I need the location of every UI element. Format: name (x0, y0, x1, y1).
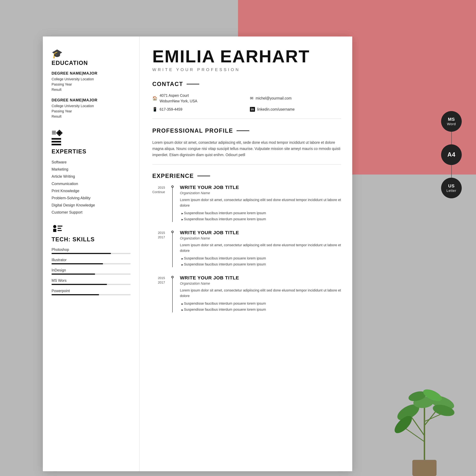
layers-icon: ≡◈ (51, 129, 131, 136)
education-title: EDUCATION (51, 60, 131, 66)
expertise-item-7: Customer Support (51, 210, 131, 215)
resume-name: EMILIA EARHART (152, 48, 341, 65)
exp-bullet-0-0: Suspendisse faucibus interdum posuere lo… (180, 210, 341, 216)
exp-content-0: WRITE YOUR JOB TITLE Organization Name L… (180, 185, 341, 222)
format-btn-label-0-line2: Word (447, 122, 456, 126)
btn-connector-0 (451, 132, 452, 144)
skill-name-3: MS Wors (51, 278, 131, 283)
experience-line (197, 176, 210, 176)
svg-rect-7 (58, 230, 62, 231)
experience-item-1: 2015 2017 WRITE YOUR JOB TITLE Organizat… (152, 230, 341, 267)
skill-bar-bg-2 (51, 273, 131, 275)
exp-dot-1 (171, 231, 174, 233)
expertise-item-2: Article Writing (51, 174, 131, 179)
profile-text: Lorem ipsum dolor sit amet, consectetur … (152, 139, 341, 158)
education-block-2: DEGREE NAME|MAJOR College University Loc… (51, 98, 131, 119)
main-content: EMILIA EARHART WRITE YOUR PROFESSION CON… (140, 36, 352, 471)
contact-email: michel@yourmail.com (255, 96, 292, 101)
skill-bar-fill-2 (51, 273, 95, 275)
exp-line-2 (171, 275, 174, 312)
exp-job-title-0: WRITE YOUR JOB TITLE (180, 185, 341, 190)
sidebar: 🎓 EDUCATION DEGREE NAME|MAJOR College Un… (43, 36, 140, 471)
exp-job-title-1: WRITE YOUR JOB TITLE (180, 230, 341, 235)
skill-illustrator: Illustrator (51, 258, 131, 264)
exp-bullet-2-0: Suspendisse faucibus interdum posuere lo… (180, 301, 341, 306)
format-btn-label-2-line1: US (448, 183, 455, 189)
phone-icon: 📱 (152, 107, 157, 112)
email-icon: ✉ (250, 96, 253, 101)
skill-bar-bg-4 (51, 294, 131, 295)
degree-result-2: Result (51, 114, 131, 119)
contact-address-item: 🏠 4071 Aspen Court WoburnNew York, USA (152, 93, 244, 104)
education-section: 🎓 EDUCATION DEGREE NAME|MAJOR College Un… (51, 49, 131, 119)
expertise-title: EXPERTIES (51, 148, 131, 155)
exp-bullet-1-0: Suspendisse faucibus interdum posuere lo… (180, 255, 341, 261)
experience-header: EXPERIENCE (152, 173, 341, 179)
exp-dot-2 (171, 276, 174, 278)
exp-desc-1: Lorem ipsum dolor sit amet, consectetur … (180, 242, 341, 253)
svg-line-10 (410, 415, 425, 436)
tech-icon (51, 224, 131, 234)
exp-org-2: Organization Name (180, 281, 341, 286)
degree-name-1: DEGREE NAME|MAJOR (51, 71, 131, 76)
contact-email-item: ✉ michel@yourmail.com (250, 93, 341, 104)
education-block-1: DEGREE NAME|MAJOR College University Loc… (51, 71, 131, 92)
exp-bullet-1-1: Suspendisse faucibus interdum posuere lo… (180, 261, 341, 267)
exp-bullet-0-1: Suspendisse faucibus interdum posuere lo… (180, 216, 341, 222)
expertise-item-0: Software (51, 160, 131, 165)
format-button-msword[interactable]: MS Word (441, 111, 462, 132)
skill-bar-fill-0 (51, 253, 111, 254)
exp-line-1 (171, 230, 174, 267)
exp-job-title-2: WRITE YOUR JOB TITLE (180, 275, 341, 281)
skill-bar-fill-4 (51, 294, 99, 295)
contact-phone-item: 📱 617-359-4459 (152, 107, 244, 112)
exp-dot-0 (171, 186, 174, 188)
skill-photoshop: Photoshop (51, 248, 131, 254)
contact-grid: 🏠 4071 Aspen Court WoburnNew York, USA ✉… (152, 93, 341, 119)
degree-year-1: Passing Year (51, 82, 131, 87)
linkedin-icon: in (250, 107, 255, 112)
format-btn-label-0-line1: MS (448, 117, 455, 122)
format-btn-label-2-line2: Letter (446, 189, 456, 193)
expertise-item-1: Marketing (51, 167, 131, 172)
degree-result-1: Result (51, 87, 131, 92)
skill-bar-fill-3 (51, 284, 107, 285)
plant-decoration (373, 365, 476, 476)
contact-address: 4071 Aspen Court WoburnNew York, USA (160, 93, 197, 104)
svg-rect-5 (58, 226, 62, 227)
exp-year-2: 2015 2017 (152, 275, 165, 312)
exp-vert-line-2 (172, 278, 173, 312)
skill-bar-fill-1 (51, 263, 103, 264)
skill-msword: MS Wors (51, 278, 131, 285)
contact-section: CONTACT 🏠 4071 Aspen Court WoburnNew Yor… (152, 81, 341, 119)
format-button-a4[interactable]: A4 (441, 144, 462, 165)
profile-title: PROFESSIONAL PROFILE (152, 127, 233, 134)
exp-org-1: Organization Name (180, 236, 341, 240)
skill-name-1: Illustrator (51, 258, 131, 262)
tech-skills-section: TECH: SKILLS Photoshop Illustrator InDes… (51, 224, 131, 295)
contact-title: CONTACT (152, 81, 183, 87)
skill-bar-bg-3 (51, 284, 131, 285)
expertise-section: ≡◈ EXPERTIES Software Marketing Article … (51, 129, 131, 215)
format-buttons: MS Word A4 US Letter (441, 111, 462, 198)
expertise-item-3: Communication (51, 181, 131, 186)
svg-rect-0 (51, 138, 61, 140)
svg-rect-8 (412, 460, 437, 476)
degree-name-2: DEGREE NAME|MAJOR (51, 98, 131, 102)
expertise-item-4: Print Knowledge (51, 188, 131, 193)
skill-bar-bg-1 (51, 263, 131, 264)
contact-linkedin: linkedin.com/username (257, 107, 295, 112)
home-icon: 🏠 (152, 96, 157, 101)
svg-rect-4 (53, 229, 56, 232)
exp-year-0: 2015 Continue (152, 185, 165, 222)
skill-bar-bg-0 (51, 253, 131, 254)
exp-bullet-2-1: Suspendisse faucibus interdum posuere lo… (180, 306, 341, 312)
exp-desc-2: Lorem ipsum dolor sit amet, consectetur … (180, 288, 341, 299)
btn-connector-1 (451, 165, 452, 178)
skill-indesign: InDesign (51, 268, 131, 275)
profession-subtitle: WRITE YOUR PROFESSION (152, 67, 341, 72)
format-btn-label-1-line1: A4 (447, 151, 456, 158)
format-button-us[interactable]: US Letter (441, 178, 462, 198)
experience-title: EXPERIENCE (152, 173, 194, 179)
svg-rect-6 (58, 228, 61, 229)
